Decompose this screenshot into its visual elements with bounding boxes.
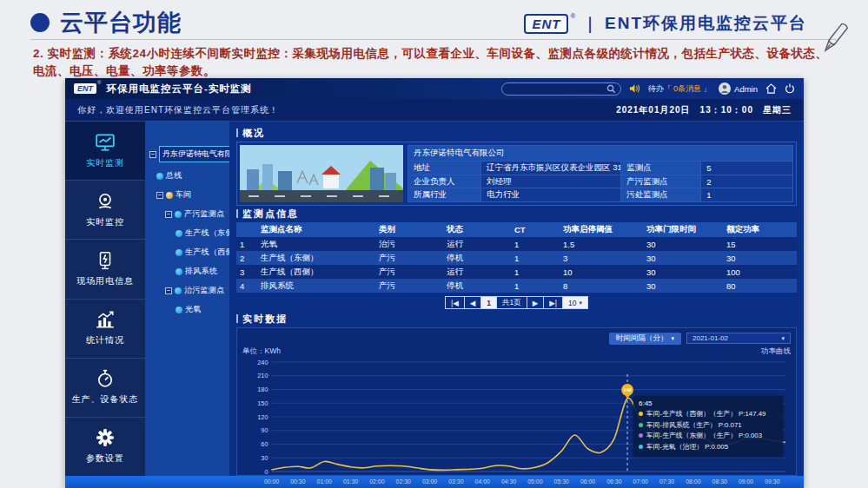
- window-titlebar: ENT ® 环保用电监控云平台-实时监测 待办「 0条消息: [65, 78, 804, 99]
- svg-text:240: 240: [257, 359, 268, 366]
- page-total-label: 共1页: [497, 297, 527, 308]
- tree-node-bus[interactable]: 总线: [156, 170, 227, 181]
- prev-page-button[interactable]: ◀: [465, 297, 482, 308]
- svg-text:90: 90: [261, 426, 268, 434]
- collapse-icon[interactable]: [165, 211, 172, 218]
- workshop-node-icon: [166, 192, 173, 199]
- sidebar: 实时监测 实时监控 现场用电信息: [65, 122, 145, 476]
- pagination: |◀ ◀ 1 共1页 ▶ ▶| 10 ▾: [445, 296, 588, 309]
- sidebar-item-production-device-status[interactable]: 生产、设备状态: [65, 359, 145, 418]
- svg-text:02:30: 02:30: [396, 478, 411, 485]
- sidebar-item-realtime-monitoring[interactable]: 实时监测: [65, 122, 145, 181]
- device-node-icon: [176, 307, 182, 313]
- tree-node-label: 光氧: [185, 304, 202, 315]
- user-menu[interactable]: Admin: [719, 82, 758, 95]
- collapse-icon[interactable]: [149, 151, 156, 158]
- tree-node-prodline-west[interactable]: 生产线（西侧）: [176, 247, 227, 258]
- tree-node-pollution-production-points[interactable]: 产污监测点: [165, 208, 227, 220]
- collapse-icon[interactable]: [156, 192, 163, 199]
- bar-chart-icon: [95, 310, 116, 329]
- brand-separator: ｜: [582, 13, 598, 34]
- sidebar-item-label: 生产、设备状态: [72, 393, 139, 406]
- realtime-chart-panel: 时间间隔（分） ▾ 2021-01-02 ▾ 单位：KWh 功率曲线 0306: [236, 327, 797, 476]
- interval-label: 时间间隔（分）: [616, 333, 668, 344]
- tooltip-item: 车间-生产线（西侧）（生产） P:147.49: [639, 409, 778, 419]
- svg-text:180: 180: [257, 386, 268, 393]
- tooltip-time: 6:45: [639, 399, 778, 407]
- svg-text:01:30: 01:30: [343, 478, 358, 485]
- tree-node-label: 产污监测点: [184, 208, 225, 220]
- svg-text:210: 210: [257, 372, 268, 379]
- tree-node-pollution-treatment-points[interactable]: 治污监测点: [165, 285, 227, 296]
- table-row[interactable]: 4排风系统 产污停机 18 3080: [236, 279, 797, 293]
- ent-logo: ENT: [524, 14, 568, 34]
- tree-node-workshop[interactable]: 车间: [156, 189, 227, 201]
- sidebar-item-parameter-settings[interactable]: 参数设置: [65, 418, 145, 476]
- main-content: 概况: [229, 122, 804, 476]
- sidebar-item-statistics[interactable]: 统计情况: [65, 300, 145, 359]
- col-header: 状态: [443, 224, 511, 235]
- next-page-button[interactable]: ▶: [527, 297, 545, 308]
- registered-mark-small: ®: [97, 80, 101, 85]
- section-realtime-title: 实时数据: [236, 313, 797, 325]
- last-page-button[interactable]: ▶|: [544, 297, 563, 308]
- slide-header: 云平台功能 ENT ® ｜ ENT环保用电监控云平台 2. 实时监测：系统24小…: [0, 0, 868, 78]
- interval-select-button[interactable]: 时间间隔（分） ▾: [609, 333, 681, 345]
- svg-text:03:00: 03:00: [422, 478, 437, 485]
- section-points-title: 监测点信息: [236, 208, 797, 220]
- tree-node-exhaust-system[interactable]: 排风系统: [176, 266, 227, 277]
- avatar[interactable]: [719, 82, 731, 95]
- table-row[interactable]: 3生产线（西侧） 产污运行 110 30100: [236, 265, 797, 279]
- table-row[interactable]: 2生产线（东侧） 产污停机 13 3030: [236, 251, 797, 265]
- svg-text:07:30: 07:30: [659, 478, 674, 485]
- info-label: 监测点: [621, 162, 701, 175]
- monitor-point-node-icon: [175, 211, 182, 218]
- sidebar-item-label: 统计情况: [86, 334, 124, 346]
- svg-text:09:30: 09:30: [765, 478, 779, 485]
- todo-messages[interactable]: 待办「 0条消息 」: [648, 83, 711, 95]
- device-node-icon: [176, 268, 182, 275]
- sidebar-item-site-power-info[interactable]: 现场用电信息: [65, 240, 145, 299]
- table-row[interactable]: 1光氧 治污运行 11.5 3015: [236, 237, 797, 251]
- tree-node-company[interactable]: 丹东伊诺特电气有限公司: [149, 146, 227, 162]
- svg-text:30: 30: [261, 454, 268, 462]
- bus-node-icon: [156, 173, 163, 180]
- datetime-text: 2021年01月20日 13：10：00 星期三: [616, 104, 792, 116]
- device-node-icon: [176, 249, 182, 256]
- monitor-chart-icon: [95, 133, 116, 152]
- company-name: 丹东伊诺特电气有限公司: [408, 146, 792, 162]
- slide-description: 2. 实时监测：系统24小时连续不间断实时监控：采集现场用电信息，可以查看企业、…: [33, 45, 828, 79]
- power-icon[interactable]: [785, 83, 795, 94]
- search-input[interactable]: [507, 84, 606, 93]
- tree-node-label: 生产线（西侧）: [185, 247, 229, 258]
- app-window: ENT ® 环保用电监控云平台-实时监测 待办「 0条消息: [65, 78, 804, 488]
- home-icon[interactable]: [765, 83, 777, 94]
- current-page[interactable]: 1: [481, 297, 497, 308]
- overview-panel: 丹东伊诺特电气有限公司 地址 辽宁省丹东市振兴区仪表企业园区 31-4 号楼 监…: [236, 142, 797, 206]
- date-select[interactable]: 2021-01-02 ▾: [686, 333, 791, 344]
- tree-node-prodline-east[interactable]: 生产线（东侧）: [176, 228, 227, 239]
- greeting-bar: 你好，欢迎使用ENT环保监控云平台管理系统！ 2021年01月20日 13：10…: [65, 99, 804, 122]
- page: 云平台功能 ENT ® ｜ ENT环保用电监控云平台 2. 实时监测：系统24小…: [0, 0, 868, 488]
- caret-down-icon: ▾: [671, 335, 674, 342]
- svg-text:05:00: 05:00: [527, 478, 542, 485]
- camera-icon: [96, 192, 115, 211]
- tree-node-label: 排风系统: [185, 266, 217, 277]
- svg-text:02:00: 02:00: [369, 478, 384, 485]
- username: Admin: [734, 84, 758, 94]
- info-label: 企业负责人: [408, 175, 481, 188]
- collapse-icon[interactable]: [165, 287, 172, 294]
- first-page-button[interactable]: |◀: [446, 297, 465, 308]
- tree-node-photo-oxygen[interactable]: 光氧: [176, 304, 227, 315]
- speaker-icon[interactable]: [629, 83, 640, 94]
- sidebar-item-label: 实时监测: [86, 157, 124, 169]
- page-size-select[interactable]: 10 ▾: [563, 297, 587, 308]
- sidebar-item-live-video[interactable]: 实时监控: [65, 181, 145, 240]
- date-value: 2021-01-02: [692, 334, 728, 342]
- caret-down-icon: ▾: [580, 300, 583, 307]
- search-icon[interactable]: [606, 84, 616, 94]
- brand-lockup: ENT ® ｜ ENT环保用电监控云平台: [524, 12, 807, 35]
- gear-icon: [96, 428, 115, 447]
- search-box[interactable]: [501, 82, 621, 96]
- svg-text:04:30: 04:30: [501, 478, 516, 485]
